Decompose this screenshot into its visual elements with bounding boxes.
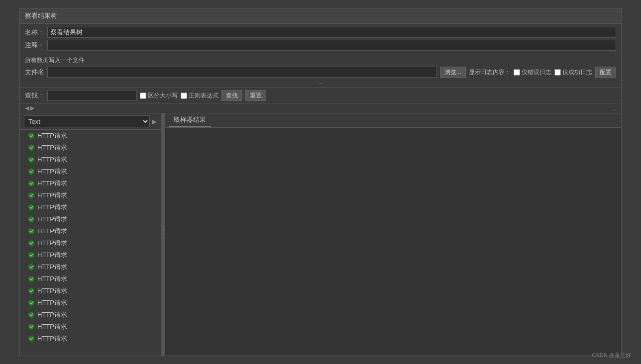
- log-content-label: 显示日志内容：: [469, 68, 511, 77]
- tree-item[interactable]: HTTP请求: [20, 249, 161, 261]
- tree-item-label: HTTP请求: [37, 322, 67, 331]
- split-dots: ...: [612, 105, 616, 111]
- file-section: 所有数据写入一个文件 文件名 浏览... 显示日志内容： 仅错误日志 仅成功日志…: [20, 54, 621, 88]
- tree-item[interactable]: HTTP请求: [20, 273, 161, 285]
- tree-item-label: HTTP请求: [37, 274, 67, 283]
- tree-item[interactable]: HTTP请求: [20, 297, 161, 309]
- success-shield-icon: [28, 192, 35, 199]
- main-window: 察看结果树 名称： 注释： 所有数据写入一个文件 文件名 浏览... 显示日志内…: [19, 8, 622, 356]
- success-shield-icon: [28, 335, 35, 342]
- right-tabs: 取样器结果: [165, 113, 621, 128]
- tree-item-label: HTTP请求: [37, 310, 67, 319]
- tree-item[interactable]: HTTP请求: [20, 130, 161, 142]
- tree-item[interactable]: HTTP请求: [20, 166, 161, 178]
- tree-item[interactable]: HTTP请求: [20, 142, 161, 154]
- success-shield-icon: [28, 132, 35, 139]
- success-shield-icon: [28, 216, 35, 223]
- tree-item-label: HTTP请求: [37, 298, 67, 307]
- watermark: CSDN @是三好: [592, 352, 631, 359]
- browse-button[interactable]: 浏览...: [440, 67, 466, 78]
- comment-input[interactable]: [47, 40, 616, 51]
- comment-label: 注释：: [25, 41, 44, 50]
- search-section: 查找： 区分大小写 正则表达式 查找 重置: [20, 88, 621, 103]
- success-shield-icon: [28, 144, 35, 151]
- tree-item-label: HTTP请求: [37, 167, 67, 176]
- tree-item-label: HTTP请求: [37, 334, 67, 343]
- tree-item-label: HTTP请求: [37, 263, 67, 272]
- success-shield-icon: [28, 252, 35, 259]
- tree-item[interactable]: HTTP请求: [20, 178, 161, 189]
- tab-sampler-result[interactable]: 取样器结果: [169, 113, 211, 127]
- arrow-btn[interactable]: ▶: [152, 118, 157, 125]
- tree-item[interactable]: HTTP请求: [20, 201, 161, 213]
- tree-item-label: HTTP请求: [37, 251, 67, 260]
- tree-item[interactable]: HTTP请求: [20, 333, 161, 345]
- tree-item-label: HTTP请求: [37, 143, 67, 152]
- success-only-checkbox[interactable]: [554, 69, 561, 76]
- split-row: ◀ ▶ ...: [20, 103, 621, 113]
- file-dots: ...: [25, 78, 616, 86]
- error-only-checkbox[interactable]: [514, 69, 520, 76]
- tree-item[interactable]: HTTP请求: [20, 225, 161, 237]
- success-shield-icon: [28, 180, 35, 187]
- search-input[interactable]: [47, 90, 137, 101]
- find-button[interactable]: 查找: [221, 90, 242, 101]
- tree-item[interactable]: HTTP请求: [20, 261, 161, 273]
- form-section: 名称： 注释：: [20, 24, 621, 54]
- dropdown-row: Text JSON XML HTML 正则表达式提取器 ▶: [20, 113, 161, 130]
- tree-item-label: HTTP请求: [37, 179, 67, 188]
- tree-item-label: HTTP请求: [37, 131, 67, 140]
- success-shield-icon: [28, 287, 35, 294]
- file-section-title: 所有数据写入一个文件: [25, 56, 616, 65]
- content-area: Text JSON XML HTML 正则表达式提取器 ▶ HTTP请求 HTT…: [20, 113, 621, 356]
- file-name-label: 文件名: [25, 68, 44, 77]
- success-shield-icon: [28, 264, 35, 271]
- success-shield-icon: [28, 275, 35, 282]
- tree-list: HTTP请求 HTTP请求 HTTP请求 HTTP请求 HTTP请求 HTTP请…: [20, 130, 161, 356]
- tree-item[interactable]: HTTP请求: [20, 309, 161, 321]
- tree-item[interactable]: HTTP请求: [20, 321, 161, 333]
- error-only-checkbox-label[interactable]: 仅错误日志: [514, 68, 551, 77]
- case-sensitive-checkbox[interactable]: [140, 92, 146, 99]
- success-shield-icon: [28, 240, 35, 247]
- right-panel: 取样器结果: [165, 113, 621, 356]
- success-shield-icon: [28, 323, 35, 330]
- right-content: [165, 128, 621, 356]
- title-bar: 察看结果树: [20, 8, 621, 24]
- split-arrows[interactable]: ◀ ▶: [25, 105, 34, 111]
- search-label: 查找：: [25, 91, 44, 100]
- tree-item-label: HTTP请求: [37, 286, 67, 295]
- tree-item[interactable]: HTTP请求: [20, 285, 161, 297]
- success-shield-icon: [28, 204, 35, 211]
- tree-item-label: HTTP请求: [37, 215, 67, 224]
- success-shield-icon: [28, 311, 35, 318]
- name-row: 名称：: [25, 27, 616, 38]
- left-panel: Text JSON XML HTML 正则表达式提取器 ▶ HTTP请求 HTT…: [20, 113, 162, 356]
- success-shield-icon: [28, 168, 35, 175]
- tree-item-label: HTTP请求: [37, 155, 67, 164]
- success-shield-icon: [28, 299, 35, 306]
- comment-row: 注释：: [25, 40, 616, 51]
- tree-item-label: HTTP请求: [37, 227, 67, 236]
- tree-item[interactable]: HTTP请求: [20, 213, 161, 225]
- regex-checkbox[interactable]: [181, 92, 187, 99]
- name-input[interactable]: [47, 27, 616, 38]
- tree-item-label: HTTP请求: [37, 203, 67, 212]
- regex-label[interactable]: 正则表达式: [181, 91, 218, 100]
- success-shield-icon: [28, 228, 35, 235]
- file-row: 文件名 浏览... 显示日志内容： 仅错误日志 仅成功日志 配置: [25, 67, 616, 78]
- tree-item[interactable]: HTTP请求: [20, 154, 161, 166]
- config-button[interactable]: 配置: [595, 67, 616, 78]
- reset-button[interactable]: 重置: [245, 90, 266, 101]
- tree-item-label: HTTP请求: [37, 191, 67, 200]
- tree-item[interactable]: HTTP请求: [20, 189, 161, 201]
- window-title: 察看结果树: [25, 12, 57, 19]
- success-shield-icon: [28, 156, 35, 163]
- tree-item[interactable]: HTTP请求: [20, 237, 161, 249]
- file-name-input[interactable]: [47, 67, 437, 78]
- name-label: 名称：: [25, 28, 44, 37]
- success-only-checkbox-label[interactable]: 仅成功日志: [554, 68, 592, 77]
- type-select[interactable]: Text JSON XML HTML 正则表达式提取器: [24, 115, 150, 127]
- case-sensitive-label[interactable]: 区分大小写: [140, 91, 178, 100]
- tree-item-label: HTTP请求: [37, 239, 67, 248]
